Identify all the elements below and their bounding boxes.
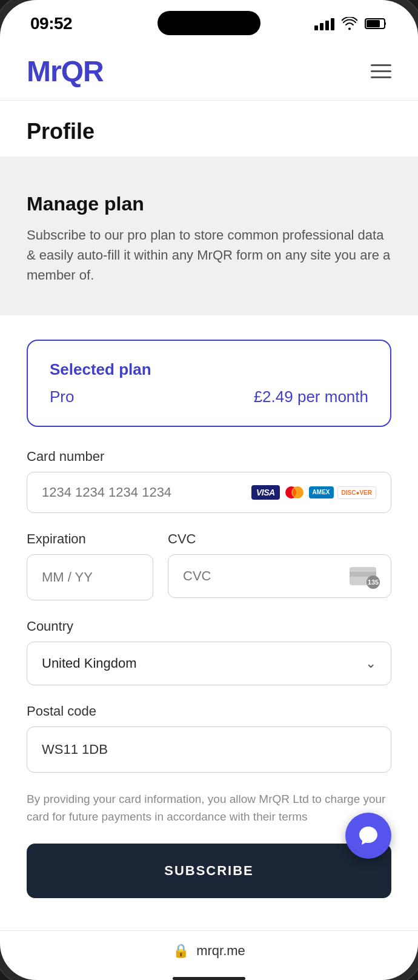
cvc-input-wrapper[interactable]: 135 xyxy=(168,554,391,598)
signal-bars-icon xyxy=(314,17,334,30)
app-header: MrQR xyxy=(0,42,418,101)
svg-rect-1 xyxy=(367,20,380,27)
battery-icon xyxy=(365,17,388,30)
postal-code-input[interactable] xyxy=(27,727,391,773)
card-number-input-wrapper[interactable]: VISA AMEX DISC●VER xyxy=(27,472,391,513)
manage-plan-title: Manage plan xyxy=(27,193,391,215)
country-group: Country United Kingdom ⌄ xyxy=(27,619,391,685)
plan-name: Pro xyxy=(50,388,74,406)
lock-icon: 🔒 xyxy=(173,943,189,959)
page-title: Profile xyxy=(27,119,391,144)
status-time: 09:52 xyxy=(30,14,72,33)
card-number-label: Card number xyxy=(27,449,391,465)
country-label: Country xyxy=(27,619,391,634)
plan-details: Pro £2.49 per month xyxy=(50,388,368,406)
app-logo: MrQR xyxy=(27,55,104,88)
cvc-input[interactable] xyxy=(183,568,350,584)
chevron-down-icon: ⌄ xyxy=(365,656,376,671)
wifi-icon xyxy=(342,17,357,30)
mastercard-logo xyxy=(284,485,305,500)
amex-logo: AMEX xyxy=(309,486,334,498)
phone-shell: 09:52 MrQR xyxy=(0,0,418,980)
app-footer: 🔒 mrqr.me xyxy=(0,930,418,977)
status-icons xyxy=(314,17,388,30)
home-indicator xyxy=(173,977,245,980)
expiry-cvc-row: Expiration CVC 135 xyxy=(27,531,391,600)
disclaimer-text: By providing your card information, you … xyxy=(27,791,391,825)
discover-logo: DISC●VER xyxy=(337,486,377,499)
postal-code-label: Postal code xyxy=(27,703,391,719)
card-number-group: Card number VISA AMEX DISC●VER xyxy=(27,449,391,513)
chat-fab-button[interactable] xyxy=(345,813,391,859)
expiration-label: Expiration xyxy=(27,531,153,547)
cvc-group: CVC 135 xyxy=(168,531,391,600)
hamburger-menu-icon[interactable] xyxy=(371,64,391,78)
selected-plan-label: Selected plan xyxy=(50,360,368,379)
selected-plan-card: Selected plan Pro £2.49 per month xyxy=(27,340,391,427)
cvc-card-icon: 135 xyxy=(350,567,376,585)
expiration-group: Expiration xyxy=(27,531,153,600)
manage-plan-description: Subscribe to our pro plan to store commo… xyxy=(27,225,391,285)
country-select[interactable]: United Kingdom ⌄ xyxy=(27,642,391,685)
subscribe-button[interactable]: SUBSCRIBE xyxy=(27,844,391,898)
visa-logo: VISA xyxy=(251,485,280,500)
country-value: United Kingdom xyxy=(42,656,137,671)
footer-url: mrqr.me xyxy=(196,943,245,959)
page-title-section: Profile xyxy=(0,101,418,156)
cvc-label: CVC xyxy=(168,531,391,547)
plan-price: £2.49 per month xyxy=(254,388,368,406)
dynamic-island xyxy=(158,11,260,35)
postal-code-group: Postal code xyxy=(27,703,391,773)
card-logos: VISA AMEX DISC●VER xyxy=(251,485,376,500)
card-number-input[interactable] xyxy=(42,485,251,500)
manage-plan-banner: Manage plan Subscribe to our pro plan to… xyxy=(0,156,418,315)
expiration-input[interactable] xyxy=(27,554,153,600)
cvc-badge: 135 xyxy=(367,576,380,589)
